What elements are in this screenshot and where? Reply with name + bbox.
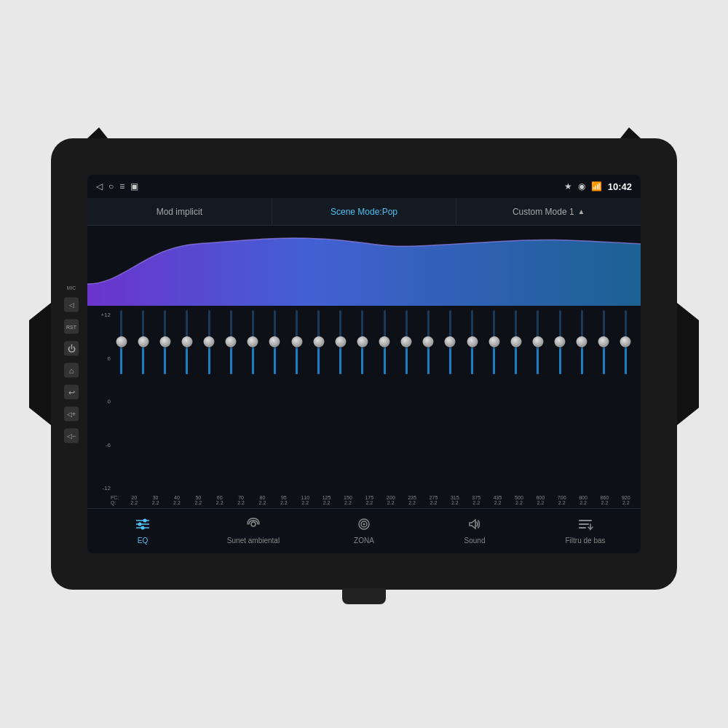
slider-thumb-70[interactable] xyxy=(226,336,237,347)
q-label-275: 2.2 xyxy=(423,500,443,505)
slider-track-500[interactable] xyxy=(515,310,517,374)
q-label-30: 2.2 xyxy=(145,500,165,505)
slider-thumb-375[interactable] xyxy=(467,336,478,347)
slider-track-600[interactable] xyxy=(537,310,539,374)
slider-thumb-920[interactable] xyxy=(620,336,631,347)
slider-col-70 xyxy=(221,310,242,374)
slider-thumb-600[interactable] xyxy=(532,336,543,347)
slider-thumb-150[interactable] xyxy=(335,336,346,347)
slider-thumb-435[interactable] xyxy=(488,336,499,347)
home-button-side[interactable]: ⌂ xyxy=(64,363,79,378)
slider-track-95[interactable] xyxy=(274,310,276,374)
speaker-icon xyxy=(467,518,483,534)
y-label-neg6: -6 xyxy=(92,442,111,448)
slider-col-110 xyxy=(286,310,307,374)
fc-label-200: 200 xyxy=(381,495,401,500)
nav-item-sunet[interactable]: Sunet ambiental xyxy=(198,509,309,553)
nav-label-zona: ZONA xyxy=(354,537,374,545)
nav-label-sound: Sound xyxy=(464,537,486,545)
nav-label-filtru: Filtru de bas xyxy=(565,537,605,545)
slider-thumb-95[interactable] xyxy=(269,336,280,347)
slider-thumb-700[interactable] xyxy=(555,336,566,347)
q-label-20: 2.2 xyxy=(124,500,144,505)
slider-col-500 xyxy=(505,310,526,374)
mode-item-scene[interactable]: Scene Mode:Pop xyxy=(272,198,457,225)
home-icon[interactable]: ○ xyxy=(108,181,114,191)
back-button-side[interactable]: ◁ xyxy=(64,298,79,312)
fc-label-375: 375 xyxy=(466,495,486,500)
slider-thumb-50[interactable] xyxy=(181,336,192,347)
slider-track-50[interactable] xyxy=(186,310,188,374)
slider-thumb-110[interactable] xyxy=(291,336,302,347)
mode-item-implicit[interactable]: Mod implicit xyxy=(87,198,272,225)
bottom-nav: EQ Sunet ambiental xyxy=(87,508,641,553)
slider-track-200[interactable] xyxy=(384,310,386,374)
slider-track-800[interactable] xyxy=(581,310,583,374)
slider-thumb-80[interactable] xyxy=(248,336,258,347)
slider-track-175[interactable] xyxy=(361,310,363,374)
fc-label-50: 50 xyxy=(188,495,208,500)
slider-thumb-30[interactable] xyxy=(138,336,149,347)
slider-col-800 xyxy=(571,310,593,374)
slider-track-435[interactable] xyxy=(493,310,495,374)
q-label-40: 2.2 xyxy=(167,500,187,505)
back-icon[interactable]: ◁ xyxy=(96,181,103,191)
mode-item-custom[interactable]: Custom Mode 1 ▲ xyxy=(456,198,641,225)
slider-track-275[interactable] xyxy=(427,310,430,374)
q-label-375: 2.2 xyxy=(466,500,486,505)
slider-thumb-20[interactable] xyxy=(116,336,127,347)
bluetooth-icon: ★ xyxy=(564,181,572,191)
slider-col-175 xyxy=(352,310,373,374)
undo-button[interactable]: ↩ xyxy=(64,385,79,400)
q-label-600: 2.2 xyxy=(530,500,550,505)
slider-track-20[interactable] xyxy=(120,310,122,374)
nav-item-eq[interactable]: EQ xyxy=(87,509,198,553)
slider-track-375[interactable] xyxy=(471,310,473,374)
slider-track-150[interactable] xyxy=(339,310,341,374)
rst-button[interactable]: RST xyxy=(64,320,79,334)
fc-label-110: 110 xyxy=(295,495,315,500)
y-label-6: 6 xyxy=(92,355,111,362)
mode-custom-arrow: ▲ xyxy=(578,207,585,215)
slider-thumb-315[interactable] xyxy=(445,336,456,347)
slider-thumb-275[interactable] xyxy=(423,336,434,347)
mode-implicit-label: Mod implicit xyxy=(157,207,202,217)
nav-item-filtru[interactable]: Filtru de bas xyxy=(530,509,641,553)
y-label-0: 0 xyxy=(92,398,111,405)
slider-thumb-200[interactable] xyxy=(379,336,390,347)
slider-thumb-235[interactable] xyxy=(401,336,412,347)
vol-up-button[interactable]: ◁+ xyxy=(64,407,79,422)
nav-item-zona[interactable]: ZONA xyxy=(309,509,419,553)
nav-item-sound[interactable]: Sound xyxy=(419,509,530,553)
slider-track-315[interactable] xyxy=(449,310,451,374)
q-label-500: 2.2 xyxy=(509,500,529,505)
slider-track-110[interactable] xyxy=(296,310,298,374)
slider-track-125[interactable] xyxy=(317,310,320,374)
slider-thumb-860[interactable] xyxy=(598,336,609,347)
slider-track-80[interactable] xyxy=(252,310,254,374)
slider-track-920[interactable] xyxy=(625,310,627,374)
slider-track-70[interactable] xyxy=(230,310,232,374)
slider-track-40[interactable] xyxy=(164,310,166,374)
slider-col-860 xyxy=(593,310,614,374)
power-button[interactable]: ⏻ xyxy=(64,341,79,356)
slider-track-700[interactable] xyxy=(559,310,561,374)
slider-col-60 xyxy=(199,310,220,374)
menu-icon[interactable]: ≡ xyxy=(119,181,124,191)
slider-track-235[interactable] xyxy=(405,310,408,374)
slider-track-860[interactable] xyxy=(603,310,605,374)
slider-thumb-500[interactable] xyxy=(510,336,521,347)
slider-thumb-800[interactable] xyxy=(577,336,587,347)
fc-label-30: 30 xyxy=(145,495,165,500)
slider-track-60[interactable] xyxy=(208,310,210,374)
media-icon[interactable]: ▣ xyxy=(130,181,138,191)
mode-bar: Mod implicit Scene Mode:Pop Custom Mode … xyxy=(87,198,641,226)
fc-label-920: 920 xyxy=(616,495,636,500)
slider-thumb-60[interactable] xyxy=(204,336,215,347)
vol-down-button[interactable]: ◁− xyxy=(64,429,79,443)
fc-label-275: 275 xyxy=(423,495,443,500)
slider-thumb-125[interactable] xyxy=(313,336,324,347)
slider-thumb-175[interactable] xyxy=(357,336,368,347)
slider-track-30[interactable] xyxy=(142,310,144,374)
slider-thumb-40[interactable] xyxy=(159,336,170,347)
